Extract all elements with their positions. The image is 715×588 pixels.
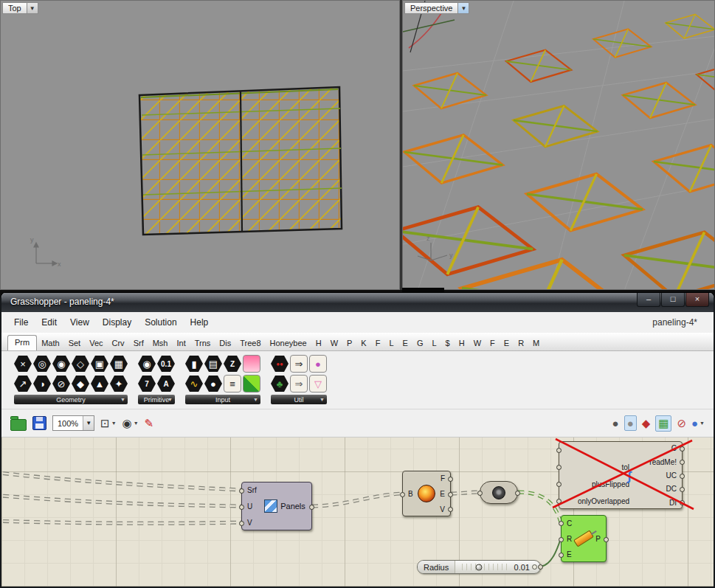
disable-preview-button[interactable]: ⊘ [677, 417, 686, 430]
tab-h[interactable]: H [311, 336, 326, 350]
pyramid-icon[interactable]: ▲ [91, 375, 108, 392]
colour-swatch-icon[interactable] [243, 375, 260, 392]
viewport-perspective-title[interactable]: Perspective ▼ [404, 2, 469, 14]
shaded-preview-button[interactable]: ◆ [642, 417, 651, 430]
group-label-primitive[interactable]: Primitive▼ [138, 395, 175, 404]
viewport-top[interactable]: y x Top ▼ [0, 0, 400, 290]
boolean-toggle-icon[interactable]: Z [224, 355, 241, 373]
paneling-input-onlyOverlapped[interactable] [556, 499, 562, 504]
number-slider-icon[interactable]: ▮ [185, 355, 203, 373]
paneling-input-plusFlipped[interactable] [556, 482, 562, 487]
tab-crv[interactable]: Crv [108, 336, 129, 350]
explode-output-V[interactable] [448, 507, 453, 512]
tab-r[interactable]: R [514, 336, 528, 350]
tab-vec[interactable]: Vec [85, 336, 107, 350]
radius-slider[interactable]: Radius 0.01 [417, 560, 541, 574]
panels-input-V[interactable] [239, 521, 244, 526]
cherry-picker-icon[interactable]: ●● [271, 355, 289, 373]
panels-output-0[interactable] [309, 505, 314, 510]
menu-edit[interactable]: Edit [35, 315, 63, 330]
titlebar[interactable]: Grasshopper - paneling-4* –□× [1, 293, 714, 312]
preview-eye-button[interactable]: ◉▼ [122, 417, 139, 430]
tab-trns[interactable]: Trns [190, 336, 215, 350]
tab-k[interactable]: K [356, 336, 370, 350]
vector-icon[interactable]: ↗ [14, 375, 32, 392]
number-param-icon[interactable]: 0.1 [157, 355, 175, 373]
tab-set[interactable]: Set [64, 336, 86, 350]
menu-file[interactable]: File [7, 315, 35, 330]
point-param-icon[interactable]: ◉ [138, 355, 156, 373]
panels-input-U[interactable] [239, 505, 244, 510]
close-button[interactable]: × [685, 293, 709, 307]
text-param-icon[interactable]: A [157, 375, 175, 392]
minimize-button[interactable]: – [637, 293, 660, 307]
brep-icon[interactable]: ✦ [110, 375, 128, 392]
flatten-input-0[interactable] [477, 491, 483, 496]
canvas[interactable]: SrfUVPanelsBFEVtolplusFlippedonlyOverlap… [1, 437, 714, 587]
preview-mesh-quality-button[interactable]: ▦ [655, 415, 671, 432]
paneling-output-readMe![interactable] [680, 460, 685, 465]
paneling-output-DC[interactable] [680, 487, 685, 492]
knob-icon[interactable]: ● [204, 375, 222, 392]
panels-input-Srf[interactable] [239, 488, 244, 494]
pipe-input-C[interactable] [559, 521, 564, 526]
viewport-perspective[interactable]: z y Perspective ▼ [402, 0, 715, 290]
tab-p[interactable]: P [342, 336, 356, 350]
tab-msh[interactable]: Msh [148, 336, 173, 350]
point-icon[interactable]: × [14, 355, 32, 373]
paneling-input-0[interactable] [556, 448, 562, 453]
tab-h[interactable]: H [455, 336, 469, 350]
relay-icon[interactable]: ⇒ [290, 355, 308, 373]
tab-int[interactable]: Int [172, 336, 190, 350]
tab-w[interactable]: W [326, 336, 342, 350]
panels-component[interactable]: SrfUVPanels [241, 482, 312, 530]
box-icon[interactable]: ▣ [91, 355, 108, 373]
tab-$[interactable]: $ [441, 336, 455, 350]
tab-l[interactable]: L [427, 336, 441, 350]
paneling-output-C[interactable] [680, 446, 685, 452]
tab-honeybee[interactable]: Honeybee [266, 336, 311, 350]
menu-help[interactable]: Help [184, 315, 215, 330]
menu-solution[interactable]: Solution [138, 315, 183, 330]
wireframe-preview-button[interactable]: ● [624, 415, 637, 431]
tab-f[interactable]: F [371, 336, 385, 350]
pipe-component[interactable]: CREP [561, 515, 607, 562]
tab-math[interactable]: Math [37, 336, 63, 350]
menu-display[interactable]: Display [96, 315, 138, 330]
radius-slider-knob[interactable] [475, 564, 482, 570]
panel-icon[interactable]: ▤ [204, 355, 222, 373]
graph-mapper-icon[interactable]: ∿ [185, 375, 203, 392]
polygon-icon[interactable]: ◇ [72, 355, 89, 373]
tab-g[interactable]: G [412, 336, 428, 350]
surface-icon[interactable]: ◆ [72, 375, 89, 392]
radius-slider-output[interactable] [538, 564, 543, 570]
chevron-down-icon[interactable]: ▼ [111, 421, 117, 426]
radius-slider-grip[interactable] [532, 564, 537, 570]
zoom-level-select[interactable]: 100%▼ [52, 415, 94, 431]
circle-icon[interactable]: ◎ [33, 355, 51, 373]
selected-only-preview-button[interactable]: ●▼ [691, 417, 705, 429]
sketch-marker-button[interactable]: ✎ [145, 417, 154, 430]
zoom-extents-button[interactable]: ⊡▼ [100, 417, 117, 430]
tab-l[interactable]: L [384, 336, 398, 350]
tab-dis[interactable]: Dis [215, 336, 235, 350]
paneling-input-tol[interactable] [556, 465, 562, 470]
group-label-util[interactable]: Util▼ [271, 395, 327, 404]
tab-prm[interactable]: Prm [7, 335, 37, 350]
plane-icon[interactable]: ◉ [52, 355, 70, 373]
radius-slider-name[interactable]: Radius [418, 561, 455, 573]
radius-slider-track[interactable] [458, 564, 509, 570]
viewport-top-title[interactable]: Top ▼ [2, 2, 38, 14]
flatten-component[interactable] [480, 481, 518, 504]
pipe-input-E[interactable] [559, 553, 564, 558]
chevron-down-icon[interactable]: ▼ [700, 421, 705, 426]
tab-e[interactable]: E [500, 336, 514, 350]
pipe-output-P[interactable] [604, 537, 609, 542]
no-preview-button[interactable]: ● [612, 417, 619, 429]
tab-tree8[interactable]: Tree8 [235, 336, 265, 350]
paneling-component[interactable]: tolplusFlippedonlyOverlappedCreadMe!UCDC… [559, 441, 683, 509]
pipe-input-R[interactable] [559, 537, 564, 542]
jump-icon[interactable]: ⇒ [290, 375, 308, 392]
tab-m[interactable]: M [528, 336, 544, 350]
arc-icon[interactable]: ◑ [33, 375, 51, 392]
